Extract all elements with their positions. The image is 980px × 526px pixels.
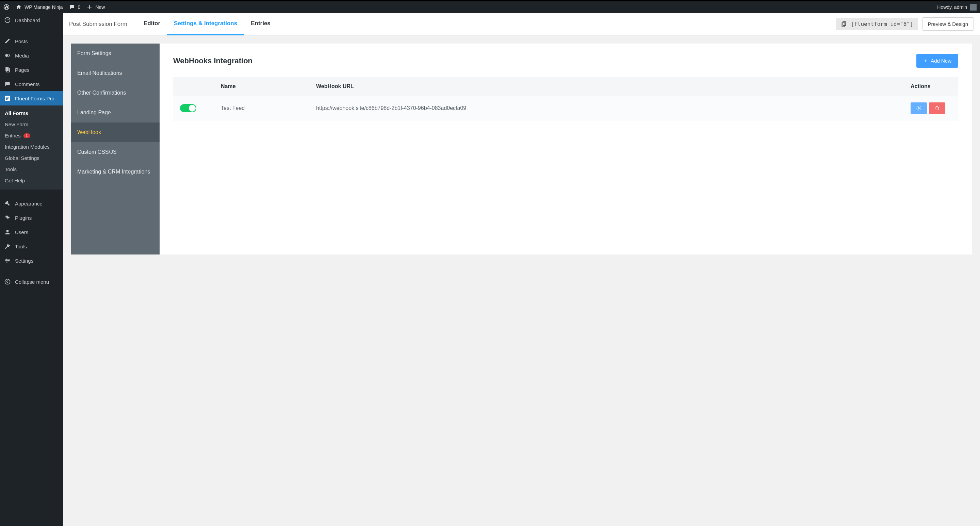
sidebar-label: Appearance: [15, 201, 43, 207]
panel-heading: WebHooks Integration: [173, 56, 253, 65]
sidebar-item-plugins[interactable]: Plugins: [0, 211, 63, 225]
settings-item-label: Other Confirmations: [77, 90, 126, 95]
svg-rect-17: [843, 21, 845, 25]
svg-point-2: [5, 54, 8, 57]
enable-toggle[interactable]: [180, 104, 196, 112]
new-content-link[interactable]: New: [86, 4, 105, 10]
gear-icon: [916, 105, 921, 111]
submenu-label: Entries: [5, 133, 21, 138]
settings-item-custom-css-js[interactable]: Custom CSS/JS: [71, 142, 159, 162]
row-name: Test Feed: [214, 95, 309, 121]
comments-count: 0: [78, 5, 81, 10]
delete-button[interactable]: [929, 102, 945, 114]
sidebar-label: Plugins: [15, 215, 32, 221]
form-header: Post Submission Form Editor Settings & I…: [63, 13, 980, 35]
sidebar-label: Dashboard: [15, 17, 40, 23]
tab-settings-integrations[interactable]: Settings & Integrations: [167, 13, 244, 35]
sidebar-item-pages[interactable]: Pages: [0, 63, 63, 77]
svg-rect-7: [6, 98, 8, 99]
add-new-button[interactable]: Add New: [916, 54, 958, 68]
sidebar-item-posts[interactable]: Posts: [0, 34, 63, 48]
tab-label: Settings & Integrations: [174, 20, 237, 27]
sidebar-label: Tools: [15, 244, 27, 249]
submenu-new-form[interactable]: New Form: [0, 119, 63, 130]
sidebar-label: Users: [15, 229, 28, 235]
trash-icon: [934, 105, 940, 111]
svg-point-16: [5, 279, 10, 284]
submenu-tools[interactable]: Tools: [0, 164, 63, 175]
col-actions: Actions: [904, 77, 958, 95]
howdy-link[interactable]: Howdy, admin: [937, 4, 977, 11]
settings-item-label: WebHook: [77, 129, 101, 135]
svg-point-15: [6, 262, 8, 263]
settings-item-landing-page[interactable]: Landing Page: [71, 103, 159, 122]
site-name: WP Manage Ninja: [24, 5, 63, 10]
webhooks-table: Name WebHook URL Actions Test Feed https…: [173, 77, 958, 121]
howdy-text: Howdy, admin: [937, 5, 967, 10]
wp-admin-bar: WP Manage Ninja 0 New Howdy, admin: [0, 0, 980, 13]
settings-item-other-confirmations[interactable]: Other Confirmations: [71, 83, 159, 103]
row-url: https://webhook.site/c86b798d-2b1f-4370-…: [309, 95, 904, 121]
submenu-label: Integration Modules: [5, 144, 50, 150]
svg-point-14: [8, 260, 9, 261]
sidebar-item-comments[interactable]: Comments: [0, 77, 63, 91]
submenu-all-forms[interactable]: All Forms: [0, 108, 63, 119]
svg-rect-18: [842, 22, 845, 27]
collapse-menu-button[interactable]: Collapse menu: [0, 275, 63, 289]
sidebar-label: Fluent Forms Pro: [15, 95, 54, 102]
sidebar-label: Comments: [15, 81, 40, 87]
submenu-label: All Forms: [5, 110, 28, 116]
sidebar-label: Settings: [15, 258, 33, 264]
preview-design-button[interactable]: Preview & Design: [922, 17, 974, 31]
settings-item-form-settings[interactable]: Form Settings: [71, 44, 159, 63]
sidebar-item-appearance[interactable]: Appearance: [0, 196, 63, 211]
form-tabs: Editor Settings & Integrations Entries: [137, 13, 277, 35]
comments-link[interactable]: 0: [69, 4, 81, 10]
sidebar-item-media[interactable]: Media: [0, 48, 63, 63]
submenu-global-settings[interactable]: Global Settings: [0, 153, 63, 164]
sidebar-item-dashboard[interactable]: Dashboard: [0, 13, 63, 27]
content-area: Post Submission Form Editor Settings & I…: [63, 13, 980, 526]
settings-item-webhook[interactable]: WebHook: [71, 122, 159, 142]
tab-label: Editor: [143, 20, 160, 27]
sidebar-label: Posts: [15, 38, 28, 44]
submenu-entries[interactable]: Entries 1: [0, 130, 63, 141]
settings-item-label: Custom CSS/JS: [77, 149, 117, 155]
submenu-label: Get Help: [5, 178, 25, 183]
new-label: New: [95, 5, 105, 10]
svg-rect-8: [6, 99, 8, 100]
webhooks-panel: WebHooks Integration Add New Name WebHoo…: [159, 44, 972, 254]
wp-logo[interactable]: [3, 4, 10, 10]
settings-item-email-notifications[interactable]: Email Notifications: [71, 63, 159, 83]
submenu-integration-modules[interactable]: Integration Modules: [0, 141, 63, 153]
inner-body: Form Settings Email Notifications Other …: [63, 35, 980, 263]
settings-item-label: Email Notifications: [77, 70, 122, 76]
settings-item-marketing-crm[interactable]: Marketing & CRM Integrations: [71, 162, 159, 182]
button-label: Add New: [931, 58, 951, 64]
tab-entries[interactable]: Entries: [244, 13, 277, 35]
shortcode-text: [fluentform id="8"]: [851, 21, 913, 27]
sidebar-item-tools[interactable]: Tools: [0, 239, 63, 253]
svg-point-9: [6, 230, 9, 232]
button-label: Preview & Design: [928, 21, 968, 27]
sidebar-label: Pages: [15, 67, 30, 73]
col-url: WebHook URL: [309, 77, 904, 95]
tab-editor[interactable]: Editor: [137, 13, 167, 35]
form-title: Post Submission Form: [69, 21, 127, 27]
site-link[interactable]: WP Manage Ninja: [16, 4, 63, 10]
edit-button[interactable]: [911, 102, 927, 114]
fluent-forms-submenu: All Forms New Form Entries 1 Integration…: [0, 105, 63, 189]
collapse-label: Collapse menu: [15, 279, 49, 285]
avatar-icon: [970, 4, 977, 11]
submenu-get-help[interactable]: Get Help: [0, 175, 63, 186]
submenu-label: Global Settings: [5, 155, 40, 161]
tab-label: Entries: [251, 20, 270, 27]
sidebar-item-fluent-forms[interactable]: Fluent Forms Pro: [0, 91, 63, 105]
col-name: Name: [214, 77, 309, 95]
settings-sidebar: Form Settings Email Notifications Other …: [71, 44, 159, 254]
entries-badge: 1: [24, 133, 30, 138]
copy-icon: [841, 21, 848, 27]
shortcode-copy[interactable]: [fluentform id="8"]: [836, 18, 918, 30]
sidebar-item-users[interactable]: Users: [0, 225, 63, 239]
sidebar-item-settings[interactable]: Settings: [0, 253, 63, 268]
